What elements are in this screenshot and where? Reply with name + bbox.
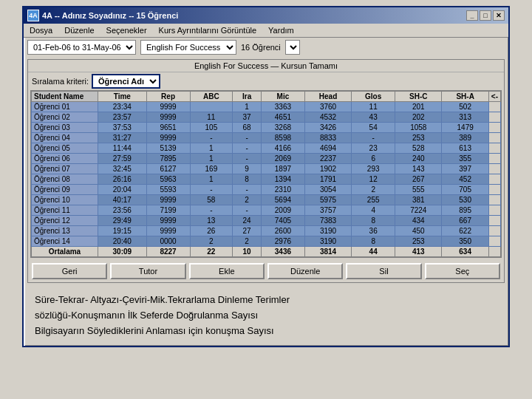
student-table: Student Name Time Rep ABC Ira Mic Head G… bbox=[31, 91, 501, 257]
scrollbar-cell bbox=[488, 195, 500, 205]
bottom-buttons: Geri Tutor Ekle Düzenle Sil Seç bbox=[28, 260, 504, 282]
table-cell: Öğrenci 13 bbox=[32, 226, 98, 236]
table-cell: 40:17 bbox=[98, 195, 147, 205]
avg-cell: Ortalama bbox=[32, 247, 98, 257]
table-cell: 622 bbox=[442, 226, 488, 236]
table-cell: 555 bbox=[395, 185, 442, 195]
col-arrow[interactable]: <- bbox=[488, 92, 500, 102]
table-cell: Öğrenci 04 bbox=[32, 133, 98, 143]
menu-dosya[interactable]: Dosya bbox=[27, 25, 55, 35]
table-cell: Öğrenci 09 bbox=[32, 185, 98, 195]
table-row[interactable]: Öğrenci 0732:456127169918971902293143397 bbox=[32, 164, 501, 174]
menu-yardim[interactable]: Yardım bbox=[265, 25, 297, 35]
table-cell: - bbox=[233, 133, 262, 143]
tutor-button[interactable]: Tutor bbox=[110, 263, 185, 279]
table-row[interactable]: Öğrenci 0826:165963181394179112267452 bbox=[32, 174, 501, 185]
geri-button[interactable]: Geri bbox=[32, 263, 107, 279]
table-cell: 58 bbox=[190, 195, 233, 205]
table-row[interactable]: Öğrenci 1229:4999991324740573838434667 bbox=[32, 216, 501, 226]
table-cell: 2 bbox=[352, 185, 395, 195]
scrollbar-cell bbox=[488, 102, 500, 112]
table-cell: 27 bbox=[233, 226, 262, 236]
table-cell: 3268 bbox=[261, 123, 304, 133]
footer-line2: sözlüğü-Konuşmanın İlk Seferde Doğrulanm… bbox=[35, 310, 258, 321]
table-cell: 13 bbox=[190, 216, 233, 226]
table-cell: 8 bbox=[352, 236, 395, 247]
table-row[interactable]: Öğrenci 1123:567199--2009375747224895 bbox=[32, 205, 501, 216]
table-cell: 32:45 bbox=[98, 164, 147, 174]
table-cell: 1 bbox=[190, 143, 233, 154]
date-range-select[interactable]: 01-Feb-06 to 31-May-06 bbox=[27, 40, 136, 55]
student-count: 16 Öğrenci bbox=[241, 43, 281, 52]
table-cell: Öğrenci 14 bbox=[32, 236, 98, 247]
table-cell: 143 bbox=[395, 164, 442, 174]
col-shc: SH-C bbox=[395, 92, 442, 102]
table-cell: - bbox=[233, 205, 262, 216]
duzenle-button[interactable]: Düzenle bbox=[267, 263, 343, 279]
table-cell: - bbox=[190, 133, 233, 143]
minimize-button[interactable]: _ bbox=[466, 10, 478, 21]
table-cell: - bbox=[190, 205, 233, 216]
close-button[interactable]: ✕ bbox=[493, 10, 505, 21]
menu-kurs[interactable]: Kurs Ayrıntılarını Görüntüle bbox=[156, 25, 259, 35]
table-cell: - bbox=[233, 143, 262, 154]
table-cell: 6 bbox=[352, 154, 395, 164]
menu-bar: Dosya Düzenle Seçenekler Kurs Ayrıntılar… bbox=[24, 24, 508, 38]
table-cell: 9999 bbox=[146, 102, 190, 112]
sil-button[interactable]: Sil bbox=[346, 263, 421, 279]
table-cell: 68 bbox=[233, 123, 262, 133]
table-cell: 3426 bbox=[304, 123, 351, 133]
scrollbar-cell bbox=[488, 133, 500, 143]
table-cell: Öğrenci 06 bbox=[32, 154, 98, 164]
table-row[interactable]: Öğrenci 0337:539651105683268342654105814… bbox=[32, 123, 501, 133]
col-mic: Mic bbox=[261, 92, 304, 102]
table-row[interactable]: Öğrenci 1040:17999958256945975255381530 bbox=[32, 195, 501, 205]
student-count-select[interactable] bbox=[285, 40, 300, 55]
avg-scrollbar-cell bbox=[488, 247, 500, 257]
table-cell: 19:15 bbox=[98, 226, 147, 236]
window-title: 4A -- Adınız Soyadınız -- 15 Öğrenci bbox=[42, 11, 178, 20]
table-cell: 267 bbox=[395, 174, 442, 185]
scrollbar-cell bbox=[488, 185, 500, 195]
maximize-button[interactable]: □ bbox=[480, 10, 491, 21]
table-cell: 253 bbox=[395, 236, 442, 247]
table-cell: 24 bbox=[233, 216, 262, 226]
table-row[interactable]: Öğrenci 0920:045593--231030542555705 bbox=[32, 185, 501, 195]
table-cell: 1791 bbox=[304, 174, 351, 185]
table-cell: 23 bbox=[352, 143, 395, 154]
table-cell: 4694 bbox=[304, 143, 351, 154]
scrollbar-cell bbox=[488, 154, 500, 164]
table-row[interactable]: Öğrenci 0223:57999911374651453243202313 bbox=[32, 112, 501, 123]
table-row[interactable]: Öğrenci 0431:279999--85988833-253389 bbox=[32, 133, 501, 143]
menu-duzenle[interactable]: Düzenle bbox=[61, 25, 97, 35]
table-row[interactable]: Öğrenci 0123:34999913363376011201502 bbox=[32, 102, 501, 112]
course-select[interactable]: English For Success bbox=[140, 40, 236, 55]
table-cell: 1058 bbox=[395, 123, 442, 133]
table-cell: 434 bbox=[395, 216, 442, 226]
table-cell: 43 bbox=[352, 112, 395, 123]
avg-cell: 30:09 bbox=[98, 247, 147, 257]
table-cell: - bbox=[352, 133, 395, 143]
table-cell: 705 bbox=[442, 185, 488, 195]
table-row[interactable]: Öğrenci 1319:15999926272600319036450622 bbox=[32, 226, 501, 236]
footer: Süre-Tekrar- Altyazı-Çeviri-Mik.Tekrarla… bbox=[24, 285, 508, 346]
table-cell: 37:53 bbox=[98, 123, 147, 133]
table-cell: 11:44 bbox=[98, 143, 147, 154]
table-cell: 3054 bbox=[304, 185, 351, 195]
avg-cell: 634 bbox=[442, 247, 488, 257]
table-row[interactable]: Öğrenci 0511:4451391-4166469423528613 bbox=[32, 143, 501, 154]
avg-cell: 10 bbox=[233, 247, 262, 257]
table-cell: 8833 bbox=[304, 133, 351, 143]
ekle-button[interactable]: Ekle bbox=[189, 263, 265, 279]
menu-secenekler[interactable]: Seçenekler bbox=[103, 25, 150, 35]
table-row[interactable]: Öğrenci 0627:5978951-206922376240355 bbox=[32, 154, 501, 164]
sort-select[interactable]: Öğrenci Adı bbox=[92, 74, 160, 89]
scrollbar-cell bbox=[488, 205, 500, 216]
table-cell: 7895 bbox=[146, 154, 190, 164]
table-cell: Öğrenci 03 bbox=[32, 123, 98, 133]
avg-cell: 22 bbox=[190, 247, 233, 257]
table-cell: 5975 bbox=[304, 195, 351, 205]
scrollbar-cell bbox=[488, 123, 500, 133]
table-row[interactable]: Öğrenci 1420:40000022297631908253350 bbox=[32, 236, 501, 247]
sec-button[interactable]: Seç bbox=[425, 263, 500, 279]
